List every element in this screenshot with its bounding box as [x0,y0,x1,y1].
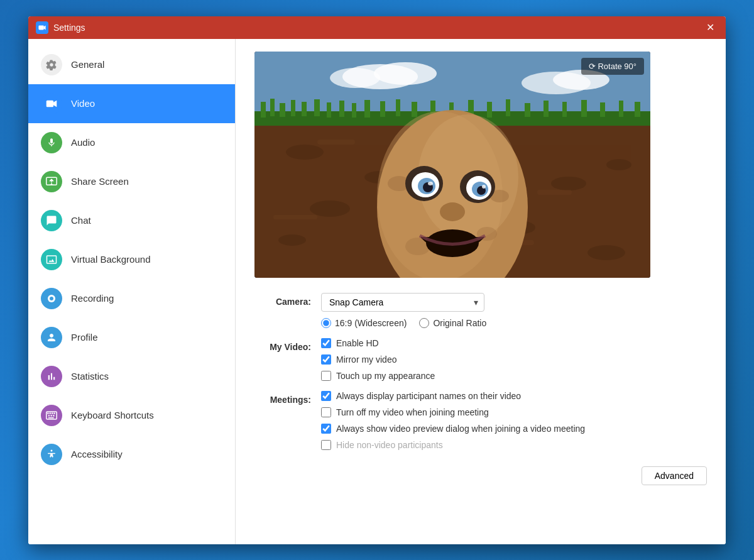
svg-rect-43 [525,103,530,117]
hide-video-label: Hide non-video participants [336,440,443,450]
svg-marker-1 [44,25,46,30]
audio-label: Audio [71,137,95,148]
touch-up-label: Touch up my appearance [336,371,435,381]
display-names-checkbox[interactable] [321,391,331,401]
svg-point-82 [440,202,465,221]
app-icon [36,21,48,34]
svg-rect-48 [619,101,623,117]
title-bar: Settings ✕ [28,16,726,39]
svg-rect-37 [412,102,417,117]
svg-rect-62 [537,190,572,195]
svg-rect-0 [38,25,43,30]
close-button[interactable]: ✕ [702,20,718,35]
svg-rect-41 [487,102,492,118]
sidebar-item-general[interactable]: General [28,45,235,84]
mirror-video-label: Mirror my video [336,354,396,365]
sidebar-item-keyboard-shortcuts[interactable]: Keyboard Shortcuts [28,396,235,435]
svg-point-54 [551,177,586,190]
svg-rect-44 [544,101,549,117]
sidebar-item-chat[interactable]: Chat [28,201,235,240]
camera-dropdown[interactable]: Snap Camera [321,293,484,312]
sidebar-item-audio[interactable]: Audio [28,123,235,162]
video-preview: ⟳ Rotate 90° [254,52,650,278]
svg-point-51 [286,145,324,160]
recording-label: Recording [71,293,114,304]
sidebar: General Video Audio [28,39,236,544]
svg-rect-26 [270,99,275,116]
turn-off-video-checkbox[interactable] [321,407,331,417]
content-area: General Video Audio [28,39,726,544]
mirror-video-checkbox[interactable] [321,354,331,365]
svg-rect-33 [352,103,356,118]
virtual-background-icon [41,249,62,270]
svg-rect-29 [302,102,307,116]
display-names-label: Always display participant names on thei… [336,391,521,401]
video-label: Video [71,98,95,109]
svg-rect-25 [261,102,266,118]
share-screen-icon [41,171,62,192]
sidebar-item-recording[interactable]: Recording [28,279,235,318]
svg-rect-34 [364,100,370,118]
meetings-controls: Always display participant names on thei… [321,391,707,450]
turn-off-video-option[interactable]: Turn off my video when joining meeting [321,407,707,417]
svg-rect-28 [291,100,295,116]
my-video-label: My Video: [254,338,311,352]
svg-point-55 [606,159,631,170]
svg-rect-31 [327,102,331,118]
profile-label: Profile [71,332,98,343]
enable-hd-option[interactable]: Enable HD [321,338,707,348]
svg-rect-63 [273,215,317,219]
touch-up-option[interactable]: Touch up my appearance [321,371,707,381]
touch-up-checkbox[interactable] [321,371,331,381]
svg-rect-45 [562,102,567,117]
svg-point-80 [428,182,433,185]
chat-icon [41,210,62,231]
widescreen-option[interactable]: 16:9 (Widescreen) [321,318,407,328]
settings-window: Settings ✕ General [28,16,726,544]
sidebar-item-accessibility[interactable]: Accessibility [28,435,235,474]
svg-rect-42 [506,99,510,116]
show-preview-label: Always show video preview dialog when jo… [336,424,585,434]
original-ratio-radio[interactable] [419,318,429,328]
camera-select-wrapper: Snap Camera [321,293,707,312]
svg-rect-2 [46,100,53,107]
sidebar-item-profile[interactable]: Profile [28,318,235,357]
audio-icon [41,132,62,153]
profile-icon [41,327,62,348]
accessibility-label: Accessibility [71,449,123,459]
svg-point-81 [482,185,486,189]
mirror-video-option[interactable]: Mirror my video [321,354,707,365]
svg-point-59 [587,245,625,260]
sidebar-item-statistics[interactable]: Statistics [28,357,235,396]
widescreen-radio[interactable] [321,318,331,328]
enable-hd-checkbox[interactable] [321,338,331,348]
svg-point-6 [50,297,53,300]
svg-point-20 [374,62,437,85]
original-ratio-label: Original Ratio [433,318,486,328]
keyboard-shortcuts-icon [41,405,62,426]
widescreen-label: 16:9 (Widescreen) [335,318,407,328]
virtual-background-label: Virtual Background [71,254,150,265]
sidebar-item-share-screen[interactable]: Share Screen [28,162,235,201]
svg-marker-3 [53,100,57,107]
sidebar-item-video[interactable]: Video [28,84,235,123]
show-preview-option[interactable]: Always show video preview dialog when jo… [321,424,707,434]
svg-rect-13 [51,415,52,416]
hide-video-option[interactable]: Hide non-video participants [321,440,707,450]
svg-rect-27 [280,103,285,117]
svg-rect-15 [48,417,54,419]
enable-hd-label: Enable HD [336,338,379,348]
my-video-row: My Video: Enable HD Mirror my video Touc… [254,338,707,381]
original-ratio-option[interactable]: Original Ratio [419,318,486,328]
rotate-button[interactable]: ⟳ Rotate 90° [581,58,644,75]
general-label: General [71,59,104,70]
advanced-button[interactable]: Advanced [642,466,707,485]
camera-dropdown-wrapper: Snap Camera [321,293,484,312]
general-icon [41,54,62,75]
hide-video-checkbox[interactable] [321,440,331,450]
svg-rect-47 [600,102,605,117]
sidebar-item-virtual-background[interactable]: Virtual Background [28,240,235,279]
chat-label: Chat [71,215,91,226]
show-preview-checkbox[interactable] [321,424,331,434]
display-names-option[interactable]: Always display participant names on thei… [321,391,707,401]
